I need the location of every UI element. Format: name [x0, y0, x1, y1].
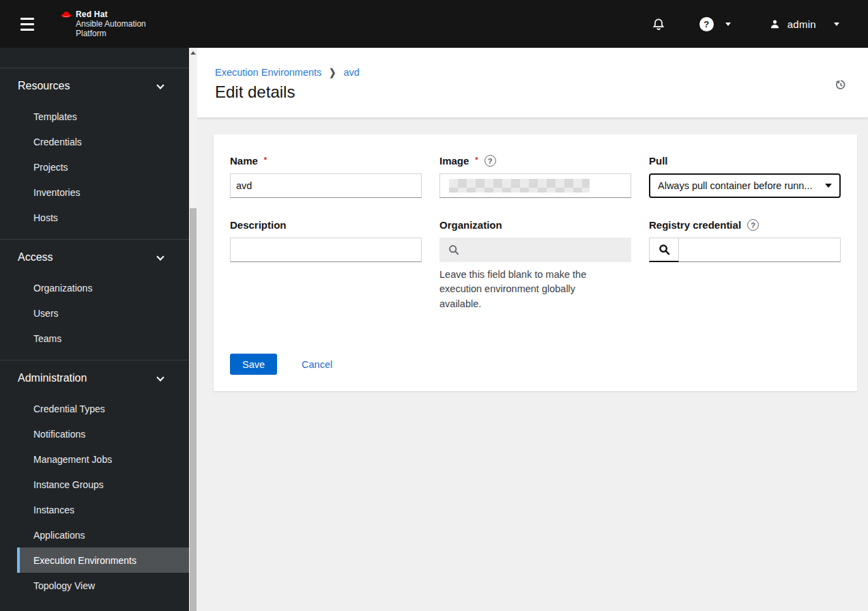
registry-credential-search-button[interactable] [649, 238, 679, 262]
name-input[interactable] [230, 173, 422, 198]
nav-section-access: Access Organizations Users Teams [0, 239, 189, 360]
cancel-button[interactable]: Cancel [302, 359, 332, 370]
nav-group-access[interactable]: Access [0, 240, 189, 270]
edit-details-card: Name * Image * ? [214, 134, 857, 391]
redacted-image-value [449, 179, 590, 193]
sidebar-item-projects[interactable]: Projects [17, 154, 189, 180]
registry-credential-input[interactable] [679, 238, 841, 262]
description-label: Description [230, 219, 422, 231]
search-icon [448, 244, 459, 255]
brand-line2: Ansible Automation [76, 19, 146, 29]
brand-line3: Platform [76, 29, 146, 38]
sidebar-scrollbar[interactable] [189, 48, 197, 611]
pull-selected-value: Always pull container before runn... [658, 180, 813, 191]
brand-line1: Red Hat [76, 10, 146, 19]
description-input[interactable] [230, 238, 422, 262]
name-label: Name * [230, 155, 422, 167]
history-icon [834, 78, 847, 91]
nav-group-label: Administration [18, 372, 87, 384]
sidebar-item-hosts[interactable]: Hosts [17, 205, 189, 230]
sidebar-nav: Resources Templates Credentials Projects… [0, 48, 189, 611]
user-menu-button[interactable]: admin [769, 18, 839, 30]
breadcrumb-avd[interactable]: avd [343, 67, 359, 78]
nav-section-resources: Resources Templates Credentials Projects… [0, 68, 189, 239]
chevron-down-icon [156, 81, 164, 89]
user-name: admin [787, 18, 816, 30]
required-asterisk: * [475, 156, 478, 164]
scrollbar-thumb[interactable] [190, 208, 197, 611]
organization-lookup [439, 238, 631, 262]
sidebar-item-inventories[interactable]: Inventories [17, 180, 189, 205]
sidebar-item-applications[interactable]: Applications [17, 522, 189, 548]
sidebar-item-templates[interactable]: Templates [17, 104, 189, 129]
registry-credential-label: Registry credential ? [649, 219, 841, 231]
caret-down-icon [825, 184, 832, 188]
name-field-group: Name * [230, 155, 422, 198]
sidebar-item-teams[interactable]: Teams [17, 326, 189, 351]
pull-label: Pull [649, 155, 841, 167]
page-title: Edit details [215, 83, 868, 102]
nav-group-label: Resources [18, 80, 70, 92]
registry-credential-field-group: Registry credential ? [649, 219, 841, 311]
organization-field-group: Organization Leave this field blank to m… [439, 219, 631, 311]
sidebar-item-credential-types[interactable]: Credential Types [17, 396, 189, 421]
caret-down-icon [725, 23, 731, 26]
help-menu-button[interactable]: ? [699, 17, 731, 31]
sidebar-item-organizations[interactable]: Organizations [17, 275, 189, 300]
sidebar-item-notifications[interactable]: Notifications [17, 421, 189, 446]
image-help-icon[interactable]: ? [484, 155, 496, 167]
nav-group-resources[interactable]: Resources [0, 68, 189, 98]
image-label: Image * ? [439, 155, 631, 167]
redhat-hat-icon [60, 10, 72, 20]
chevron-down-icon [156, 373, 164, 381]
nav-section-administration: Administration Credential Types Notifica… [0, 360, 189, 607]
sidebar-item-instances[interactable]: Instances [17, 497, 189, 522]
registry-credential-help-icon[interactable]: ? [747, 219, 759, 231]
caret-down-icon [834, 23, 839, 26]
notifications-button[interactable] [652, 17, 665, 31]
image-field-group: Image * ? [439, 155, 631, 198]
sidebar-item-users[interactable]: Users [17, 300, 189, 326]
pull-field-group: Pull Always pull container before runn..… [649, 155, 841, 198]
save-button[interactable]: Save [230, 354, 277, 375]
organization-helper-text: Leave this field blank to make the execu… [439, 268, 617, 311]
user-icon [769, 18, 781, 30]
breadcrumb: Execution Environments ❯ avd [215, 67, 868, 78]
image-input[interactable] [439, 173, 631, 198]
breadcrumb-separator-icon: ❯ [329, 67, 336, 79]
nav-group-label: Access [18, 251, 53, 264]
pull-select[interactable]: Always pull container before runn... [649, 173, 841, 198]
chevron-down-icon [156, 253, 164, 260]
page-header: Execution Environments ❯ avd Edit detail… [197, 48, 868, 117]
masthead: Red Hat Ansible Automation Platform ? ad… [0, 0, 868, 48]
sidebar-item-management-jobs[interactable]: Management Jobs [17, 446, 189, 472]
search-icon [659, 244, 670, 255]
description-field-group: Description [230, 219, 422, 311]
nav-group-administration[interactable]: Administration [0, 360, 189, 390]
breadcrumb-execution-environments[interactable]: Execution Environments [215, 67, 321, 78]
scrollbar-up-button[interactable] [189, 48, 197, 58]
required-asterisk: * [264, 156, 267, 164]
organization-label: Organization [439, 219, 631, 231]
bell-icon [652, 17, 665, 31]
hamburger-icon[interactable] [16, 14, 38, 35]
sidebar-item-credentials[interactable]: Credentials [17, 129, 189, 154]
sidebar-item-instance-groups[interactable]: Instance Groups [17, 472, 189, 497]
question-circle-icon: ? [699, 17, 714, 31]
brand-logo: Red Hat Ansible Automation Platform [60, 10, 146, 38]
activity-history-button[interactable] [834, 78, 847, 93]
sidebar-item-execution-environments[interactable]: Execution Environments [17, 548, 189, 573]
sidebar-item-topology-view[interactable]: Topology View [17, 573, 189, 598]
